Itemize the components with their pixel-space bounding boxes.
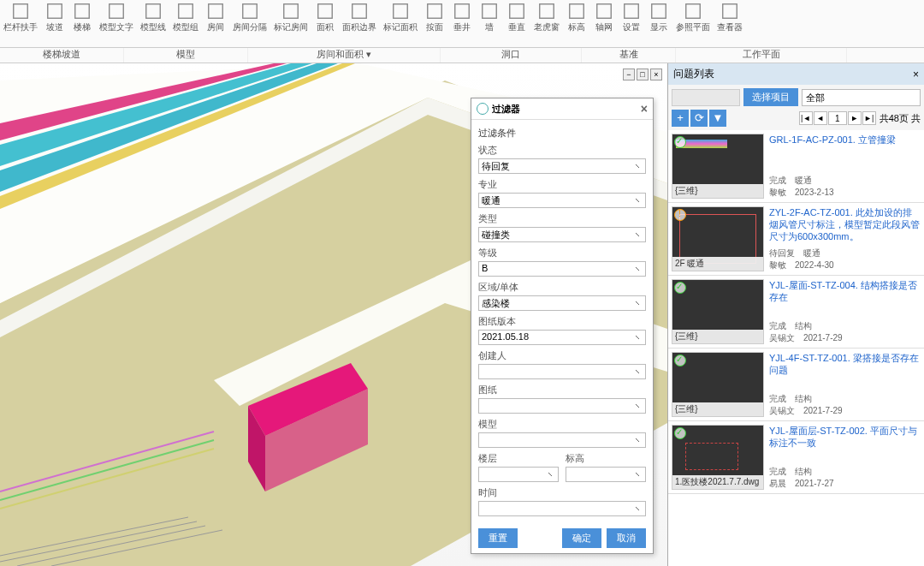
issue-meta: 待回复暖通黎敏2022-4-30 bbox=[769, 247, 921, 271]
ribbon-模型组[interactable]: 模型组 bbox=[169, 0, 202, 47]
ribbon-模型文字[interactable]: 模型文字 bbox=[96, 0, 137, 47]
issue-thumbnail[interactable]: {三维} bbox=[672, 134, 764, 199]
creator-select[interactable] bbox=[478, 364, 646, 379]
discipline-label: 专业 bbox=[478, 178, 646, 191]
page-input[interactable] bbox=[828, 111, 847, 125]
ribbon-楼梯[interactable]: 楼梯 bbox=[68, 0, 96, 47]
filter-titlebar[interactable]: 过滤器 × bbox=[471, 98, 653, 120]
ribbon-显示[interactable]: 显示 bbox=[645, 0, 672, 47]
status-select[interactable]: 待回复 bbox=[478, 158, 646, 174]
next-page-button[interactable]: ► bbox=[848, 111, 862, 125]
svg-rect-19 bbox=[625, 4, 639, 19]
ribbon-栏杆扶手[interactable]: 栏杆扶手 bbox=[0, 0, 41, 47]
grade-select[interactable]: B bbox=[478, 261, 646, 277]
3d-viewport[interactable]: − □ × 过滤器 × 过滤条件 状态 待回复 专业 暖通 类型 碰撞类 等级 … bbox=[0, 63, 667, 566]
svg-rect-15 bbox=[510, 4, 524, 19]
maximize-button[interactable]: □ bbox=[637, 69, 649, 80]
ribbon-面积边界[interactable]: 面积边界 bbox=[339, 0, 380, 47]
close-icon[interactable]: × bbox=[641, 102, 648, 116]
ribbon-设置[interactable]: 设置 bbox=[618, 0, 645, 47]
ribbon-坡道[interactable]: 坡道 bbox=[41, 0, 68, 47]
cancel-button[interactable]: 取消 bbox=[607, 528, 646, 548]
issue-item[interactable]: {三维}GRL-1F-AC-PZ-001. 立管撞梁完成暖通黎敏2023-2-1… bbox=[668, 130, 924, 203]
issue-thumbnail[interactable]: {三维} bbox=[672, 352, 764, 417]
issue-item[interactable]: {三维}YJL-屋面-ST-TZ-004. 结构搭接是否存在完成结构吴锡文202… bbox=[668, 276, 924, 349]
prev-page-button[interactable]: ◄ bbox=[814, 111, 827, 125]
filter-dropdown[interactable]: 全部 bbox=[802, 89, 921, 106]
thumb-caption: {三维} bbox=[672, 184, 763, 198]
ribbon-参照平面[interactable]: 参照平面 bbox=[672, 0, 714, 47]
svg-rect-12 bbox=[428, 4, 442, 19]
svg-rect-3 bbox=[110, 4, 124, 19]
ribbon-模型线[interactable]: 模型线 bbox=[137, 0, 169, 47]
ribbon-标记房间[interactable]: 标记房间 bbox=[270, 0, 311, 47]
close-button[interactable]: × bbox=[650, 69, 662, 80]
ribbon-group-洞口: 洞口 bbox=[441, 48, 582, 63]
discipline-select[interactable]: 暖通 bbox=[478, 193, 646, 208]
svg-rect-21 bbox=[686, 4, 701, 19]
issue-title: GRL-1F-AC-PZ-001. 立管撞梁 bbox=[769, 134, 921, 146]
add-button[interactable]: + bbox=[672, 110, 689, 127]
area-select[interactable]: 感染楼 bbox=[478, 295, 646, 311]
issue-list[interactable]: {三维}GRL-1F-AC-PZ-001. 立管撞梁完成暖通黎敏2023-2-1… bbox=[668, 130, 924, 566]
model-select[interactable] bbox=[478, 432, 646, 448]
issue-thumbnail[interactable]: {三维} bbox=[672, 279, 764, 344]
svg-rect-1 bbox=[48, 4, 62, 19]
reset-button[interactable]: 重置 bbox=[478, 528, 518, 548]
ribbon-轴网[interactable]: 轴网 bbox=[590, 0, 618, 47]
last-page-button[interactable]: ►| bbox=[862, 111, 876, 125]
issue-panel-title: 问题列表 bbox=[673, 67, 714, 81]
issue-title: YJL-屋面层-ST-TZ-002. 平面尺寸与标注不一致 bbox=[769, 425, 921, 449]
time-label: 时间 bbox=[478, 486, 646, 499]
select-project-tab[interactable]: 选择项目 bbox=[743, 88, 798, 106]
issue-panel-header[interactable]: 问题列表 × bbox=[668, 63, 924, 85]
svg-rect-2 bbox=[75, 4, 90, 19]
minimize-button[interactable]: − bbox=[623, 69, 635, 80]
svg-rect-8 bbox=[284, 4, 299, 19]
ribbon-查看器[interactable]: 查看器 bbox=[714, 0, 746, 47]
version-select[interactable]: 2021.05.18 bbox=[478, 330, 646, 345]
ribbon-标记面积[interactable]: 标记面积 bbox=[380, 0, 421, 47]
svg-rect-5 bbox=[179, 4, 193, 19]
svg-rect-14 bbox=[483, 4, 497, 19]
issue-thumbnail[interactable]: 1.医技楼2021.7.7.dwg bbox=[672, 425, 764, 490]
issue-item[interactable]: 2F 暖通ZYL-2F-AC-TZ-001. 此处加设的排烟风管尺寸标注，模型暂… bbox=[668, 203, 924, 276]
svg-rect-17 bbox=[570, 4, 584, 19]
ribbon-按面[interactable]: 按面 bbox=[421, 0, 448, 47]
filter-button[interactable]: ▼ bbox=[709, 110, 726, 127]
height-select[interactable] bbox=[566, 467, 646, 482]
thumb-caption: {三维} bbox=[672, 330, 763, 343]
svg-rect-7 bbox=[243, 4, 258, 19]
ribbon-垂直[interactable]: 垂直 bbox=[503, 0, 530, 47]
floor-select[interactable] bbox=[478, 467, 559, 482]
time-select[interactable] bbox=[478, 501, 646, 516]
refresh-button[interactable]: ⟳ bbox=[690, 110, 708, 127]
floor-label: 楼层 bbox=[478, 452, 559, 465]
ribbon-老虎窗[interactable]: 老虎窗 bbox=[530, 0, 563, 47]
ribbon-面积[interactable]: 面积 bbox=[311, 0, 339, 47]
ribbon-group-楼梯坡道: 楼梯坡道 bbox=[0, 48, 124, 63]
svg-rect-20 bbox=[652, 4, 666, 19]
drawing-select[interactable] bbox=[478, 398, 646, 414]
svg-rect-11 bbox=[394, 4, 408, 19]
height-label: 标高 bbox=[566, 452, 646, 465]
ribbon-房间分隔[interactable]: 房间分隔 bbox=[229, 0, 270, 47]
ribbon-标高[interactable]: 标高 bbox=[563, 0, 590, 47]
drawing-label: 图纸 bbox=[478, 384, 646, 396]
ribbon-toolbar: 栏杆扶手坡道楼梯模型文字模型线模型组房间房间分隔标记房间面积面积边界标记面积按面… bbox=[0, 0, 924, 48]
ribbon-垂井[interactable]: 垂井 bbox=[448, 0, 476, 47]
ok-button[interactable]: 确定 bbox=[562, 528, 601, 548]
issue-item[interactable]: 1.医技楼2021.7.7.dwgYJL-屋面层-ST-TZ-002. 平面尺寸… bbox=[668, 421, 924, 494]
issue-list-panel: 问题列表 × 选择项目 全部 + ⟳ ▼ |◄ ◄ ► ►| 共48页 共 {三… bbox=[667, 63, 924, 566]
type-select[interactable]: 碰撞类 bbox=[478, 227, 646, 242]
ribbon-墙[interactable]: 墙 bbox=[476, 0, 503, 47]
issue-thumbnail[interactable]: 2F 暖通 bbox=[672, 206, 764, 271]
ribbon-房间[interactable]: 房间 bbox=[202, 0, 229, 47]
close-icon[interactable]: × bbox=[913, 69, 919, 80]
issue-meta: 完成结构吴锡文2021-7-29 bbox=[769, 393, 921, 417]
filter-title: 过滤器 bbox=[492, 103, 520, 116]
first-page-button[interactable]: |◄ bbox=[799, 111, 813, 125]
status-label: 状态 bbox=[478, 144, 646, 157]
svg-rect-0 bbox=[14, 4, 28, 19]
issue-item[interactable]: {三维}YJL-4F-ST-TZ-001. 梁搭接是否存在问题完成结构吴锡文20… bbox=[668, 349, 924, 421]
